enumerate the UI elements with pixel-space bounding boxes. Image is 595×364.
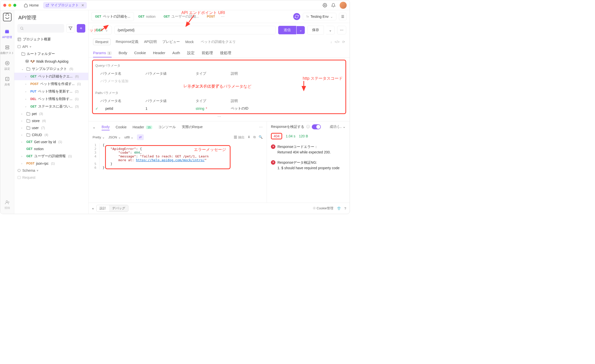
close-icon[interactable]: ✕: [81, 3, 84, 7]
filter-button[interactable]: [66, 24, 75, 33]
sample-folder[interactable]: ⌄ サンプルプロジェクト (5): [14, 65, 88, 73]
format-select[interactable]: JSON ⌄: [108, 135, 121, 139]
tabs-more-icon[interactable]: ⋯: [219, 15, 226, 19]
download-icon[interactable]: ⬇: [248, 135, 250, 140]
resp-tab-console[interactable]: コンソール: [158, 124, 176, 130]
svg-rect-1: [3, 13, 11, 21]
bell-icon[interactable]: [331, 3, 336, 8]
subtab-preview[interactable]: プレビュー: [162, 39, 180, 45]
paramtab-params[interactable]: Params1: [93, 49, 112, 57]
project-overview[interactable]: プロジェクト概要: [14, 36, 88, 43]
settings-icon: [5, 61, 10, 66]
tab-1[interactable]: GETnotion: [135, 13, 159, 21]
tree-item[interactable]: ›POSTペット情報を作成す...(1): [14, 80, 88, 88]
extract-button[interactable]: ☰ 抽出: [234, 135, 245, 140]
copy-icon[interactable]: ⧉: [253, 135, 256, 140]
paramtab-auth[interactable]: Auth: [172, 49, 180, 57]
tree-item[interactable]: ›GETnotion: [14, 145, 88, 152]
tree-item[interactable]: ›PUTペット情報を更新す...(2): [14, 88, 88, 95]
tree-item[interactable]: ›GETユーザーの詳細情報(1): [14, 152, 88, 160]
search-input[interactable]: [17, 24, 64, 33]
resp-tab-cookie[interactable]: Cookie: [116, 124, 127, 130]
schema-section[interactable]: Schema▾: [14, 167, 88, 174]
subtab-mock[interactable]: Mock: [185, 39, 194, 45]
save-dropdown[interactable]: ⌄: [326, 26, 335, 34]
help-icon[interactable]: ?: [344, 207, 346, 210]
success-dropdown[interactable]: 成功 (... ⌄: [330, 125, 346, 129]
gear-icon[interactable]: [323, 3, 327, 8]
svg-point-2: [5, 15, 6, 16]
add-button[interactable]: +: [77, 24, 85, 33]
path-param-row[interactable]: ✓ petId 1 string* ペットのID: [95, 105, 343, 112]
tree-item[interactable]: ›GETステータスに基づい...(3): [14, 103, 88, 110]
nav-api[interactable]: API管理: [2, 29, 12, 39]
nav-share[interactable]: 共有: [5, 76, 10, 86]
paramtab-pre[interactable]: 前処理: [202, 49, 213, 57]
send-dropdown[interactable]: ⌄: [296, 26, 305, 34]
encoding-select[interactable]: utf8 ⌄: [124, 135, 134, 139]
resp-more-icon[interactable]: ⋯: [259, 125, 263, 129]
resp-tab-body[interactable]: Body: [102, 124, 110, 130]
subtab-request[interactable]: Request: [93, 39, 111, 45]
param-name[interactable]: petId: [100, 107, 145, 111]
env-select[interactable]: TeTesting Env⌄: [303, 13, 336, 20]
pretty-toggle[interactable]: Pretty ⌄: [93, 135, 105, 139]
cookie-manage[interactable]: ☉ Cookie管理: [313, 206, 333, 211]
project-tab[interactable]: マイプロジェクト ✕: [43, 2, 87, 9]
save-button[interactable]: 保存: [307, 26, 324, 35]
mode-segment[interactable]: 設計 デバッグ: [96, 205, 128, 212]
svg-point-9: [7, 63, 8, 64]
add-param-input[interactable]: パラメータを追加: [95, 79, 145, 83]
walk-through[interactable]: Ⓜ 🐶 Walk through Apidog: [14, 58, 88, 65]
subtab-response-def[interactable]: Response定義: [115, 39, 139, 45]
code-icon[interactable]: </>: [335, 40, 340, 44]
home-button[interactable]: Home: [21, 2, 41, 8]
api-section[interactable]: API ▾: [14, 43, 88, 50]
nav-invite[interactable]: 招待: [5, 200, 10, 210]
search-response-icon[interactable]: 🔍: [259, 135, 263, 140]
tree-folder[interactable]: ›user(7): [14, 124, 88, 131]
response-body[interactable]: エラーメッセージ 1{ 2 "ApidogError": { 3 "code":…: [89, 142, 267, 203]
tree-folder[interactable]: ›pet(3): [14, 110, 88, 117]
collapse-footer-icon[interactable]: «: [92, 207, 94, 210]
svg-rect-8: [6, 48, 9, 49]
expand-icon[interactable]: ⋯: [92, 114, 346, 119]
tree-item[interactable]: ›DELペット情報を削除す...(1): [14, 95, 88, 103]
send-button[interactable]: 送信: [278, 26, 296, 34]
tab-0[interactable]: GETペットの詳細を...: [92, 12, 134, 21]
tree-folder[interactable]: ›CRUD(4): [14, 131, 88, 138]
menu-button[interactable]: ☰: [339, 13, 347, 20]
url-input[interactable]: /pet/{petId}: [114, 26, 276, 34]
resp-tab-header[interactable]: Header 15: [133, 124, 152, 130]
wrap-toggle[interactable]: ⇄: [137, 134, 144, 140]
sync-button[interactable]: [293, 13, 300, 20]
refresh-icon[interactable]: ⟳: [342, 40, 345, 44]
subtab-api-desc[interactable]: API説明: [143, 39, 157, 45]
window-controls[interactable]: [3, 4, 16, 7]
more-button[interactable]: ⋯: [337, 26, 346, 34]
paramtab-cookie[interactable]: Cookie: [134, 49, 146, 57]
tree-folder[interactable]: ›store(4): [14, 117, 88, 124]
avatar[interactable]: [340, 2, 347, 9]
nav-autotest[interactable]: 自動テスト: [0, 45, 14, 55]
collapse-icon[interactable]: ⌄: [93, 125, 96, 129]
tree-item[interactable]: ›GETGet user by id(1): [14, 138, 88, 145]
method-select[interactable]: GET⌄: [92, 26, 112, 34]
nav-settings[interactable]: 設定: [5, 60, 10, 71]
paramtab-post[interactable]: 後処理: [220, 49, 231, 57]
tree-item-get-pet[interactable]: ›GETペットの詳細をクエ...(6): [14, 73, 88, 80]
param-value[interactable]: 1: [145, 107, 196, 111]
root-folder[interactable]: ルートフォルダー: [14, 50, 88, 58]
arrow-down-icon[interactable]: ↓: [330, 40, 332, 44]
svg-point-12: [6, 201, 8, 202]
tree-item[interactable]: ›POSTjson-rpc(1): [14, 160, 88, 167]
tab-3[interactable]: POST: [203, 13, 219, 20]
tab-2[interactable]: GETユーザーの詳細...: [160, 12, 202, 21]
shirt-icon[interactable]: 👕: [337, 207, 341, 210]
paramtab-body[interactable]: Body: [119, 49, 127, 57]
resp-tab-actual[interactable]: 実際のReque: [182, 124, 203, 130]
paramtab-header[interactable]: Header: [153, 49, 165, 57]
paramtab-settings[interactable]: 設定: [187, 49, 195, 57]
verify-toggle[interactable]: [312, 124, 321, 129]
request-section[interactable]: Request: [14, 174, 88, 181]
